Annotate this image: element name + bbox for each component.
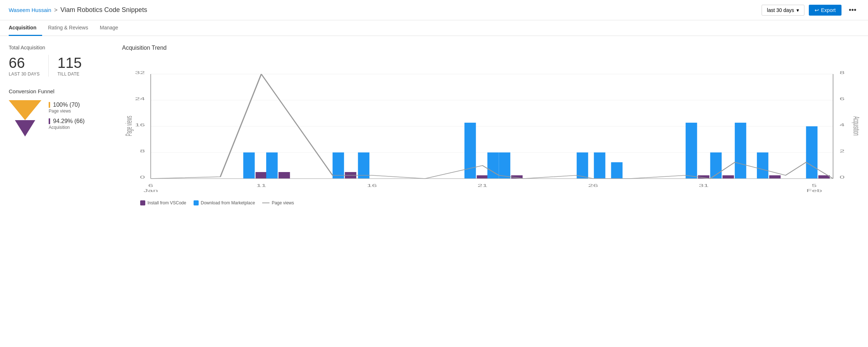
bar-marketplace bbox=[243, 152, 255, 179]
bar-vscode bbox=[256, 172, 267, 179]
stat-tilldate-number: 115 bbox=[57, 55, 82, 71]
conversion-title: Conversion Funnel bbox=[9, 88, 110, 94]
header-actions: last 30 days ▾ ↩ Export ••• bbox=[762, 4, 859, 16]
bar-marketplace bbox=[806, 126, 818, 179]
svg-text:0: 0 bbox=[840, 175, 845, 179]
svg-text:26: 26 bbox=[588, 183, 598, 188]
svg-text:Page views: Page views bbox=[124, 116, 134, 136]
tab-manage[interactable]: Manage bbox=[94, 20, 124, 36]
export-icon: ↩ bbox=[815, 7, 819, 13]
more-options-button[interactable]: ••• bbox=[846, 4, 859, 16]
svg-text:21: 21 bbox=[478, 183, 488, 188]
bar-vscode bbox=[722, 175, 734, 179]
right-panel: Acquisition Trend 0 8 16 24 32 Page view… bbox=[122, 45, 859, 205]
breadcrumb-link[interactable]: Waseem Hussain bbox=[9, 7, 51, 13]
pageviews-label: Page views bbox=[49, 109, 85, 114]
svg-text:2: 2 bbox=[840, 149, 845, 153]
svg-text:Acquisition: Acquisition bbox=[852, 116, 859, 135]
svg-text:8: 8 bbox=[140, 149, 145, 153]
pageviews-color-bar bbox=[49, 102, 50, 108]
bar-marketplace bbox=[465, 123, 476, 179]
svg-text:16: 16 bbox=[367, 183, 377, 188]
bar-vscode bbox=[769, 175, 781, 179]
funnel-graphic bbox=[9, 100, 41, 136]
export-button[interactable]: ↩ Export bbox=[809, 5, 841, 16]
stat-tilldate: 115 Till Date bbox=[57, 55, 82, 77]
svg-text:Feb: Feb bbox=[807, 188, 822, 193]
svg-text:0: 0 bbox=[140, 175, 145, 179]
bar-marketplace bbox=[611, 162, 623, 179]
acquisition-color-bar bbox=[49, 118, 50, 124]
marketplace-legend-label: Download from Marketplace bbox=[201, 200, 255, 205]
stat-tilldate-label: Till Date bbox=[57, 72, 82, 77]
bar-marketplace bbox=[266, 152, 278, 179]
svg-text:6: 6 bbox=[840, 97, 845, 101]
funnel-top bbox=[9, 100, 41, 120]
svg-text:32: 32 bbox=[135, 70, 145, 75]
date-range-button[interactable]: last 30 days ▾ bbox=[762, 5, 804, 16]
legend-pageviews: 100% (70) Page views bbox=[49, 102, 85, 114]
bar-vscode bbox=[279, 172, 290, 179]
conversion-body: 100% (70) Page views 94.29% (66) Acquisi… bbox=[9, 100, 110, 136]
total-acquisition-label: Total Acquisition bbox=[9, 45, 110, 50]
conversion-funnel-section: Conversion Funnel 100% (70) Page views bbox=[9, 88, 110, 136]
bar-marketplace bbox=[757, 152, 768, 179]
chart-legend: Install from VSCode Download from Market… bbox=[122, 200, 859, 205]
legend-marketplace: Download from Marketplace bbox=[194, 200, 255, 205]
legend-acquisition: 94.29% (66) Acquisition bbox=[49, 118, 85, 130]
main-content: Total Acquisition 66 Last 30 Days 115 Ti… bbox=[0, 36, 868, 214]
breadcrumb: Waseem Hussain > Viam Robotics Code Snip… bbox=[9, 6, 147, 14]
svg-text:16: 16 bbox=[135, 123, 145, 127]
conversion-legend: 100% (70) Page views 94.29% (66) Acquisi… bbox=[49, 100, 85, 130]
svg-text:6: 6 bbox=[148, 183, 153, 188]
bar-marketplace bbox=[577, 152, 588, 179]
bar-vscode bbox=[477, 175, 488, 179]
date-range-label: last 30 days bbox=[767, 7, 794, 13]
vscode-swatch bbox=[140, 200, 145, 205]
bar-marketplace bbox=[333, 152, 344, 179]
pageviews-line-swatch bbox=[262, 203, 269, 203]
breadcrumb-separator: > bbox=[54, 7, 57, 13]
marketplace-swatch bbox=[194, 200, 199, 205]
stat-divider bbox=[48, 55, 49, 77]
stat-last30-number: 66 bbox=[9, 55, 40, 71]
bar-marketplace bbox=[358, 152, 370, 179]
legend-pageviews-line: Page views bbox=[262, 200, 294, 205]
bar-marketplace bbox=[686, 123, 697, 179]
acquisition-label: Acquisition bbox=[49, 125, 85, 130]
acquisition-trend-chart: 0 8 16 24 32 Page views 0 2 4 6 8 Acquis… bbox=[122, 57, 859, 195]
header: Waseem Hussain > Viam Robotics Code Snip… bbox=[0, 0, 868, 20]
svg-text:24: 24 bbox=[135, 97, 145, 101]
stat-last30: 66 Last 30 Days bbox=[9, 55, 40, 77]
bar-marketplace bbox=[735, 123, 746, 179]
chevron-down-icon: ▾ bbox=[796, 7, 799, 13]
funnel-bottom bbox=[15, 120, 35, 136]
page-title: Viam Robotics Code Snippets bbox=[60, 6, 147, 14]
svg-text:Jan: Jan bbox=[143, 188, 158, 193]
bar-marketplace bbox=[594, 152, 605, 179]
svg-text:8: 8 bbox=[840, 70, 845, 75]
svg-text:5: 5 bbox=[812, 183, 817, 188]
nav-tabs: Acquisition Rating & Reviews Manage bbox=[0, 20, 868, 36]
export-label: Export bbox=[821, 7, 836, 13]
pageviews-pct: 100% (70) bbox=[53, 102, 80, 108]
svg-text:4: 4 bbox=[840, 123, 845, 127]
left-panel: Total Acquisition 66 Last 30 Days 115 Ti… bbox=[9, 45, 110, 205]
tab-acquisition[interactable]: Acquisition bbox=[9, 20, 42, 36]
vscode-legend-label: Install from VSCode bbox=[147, 200, 186, 205]
acquisition-stats: 66 Last 30 Days 115 Till Date bbox=[9, 55, 110, 77]
stat-last30-label: Last 30 Days bbox=[9, 72, 40, 77]
legend-vscode: Install from VSCode bbox=[140, 200, 186, 205]
pageviews-legend-label: Page views bbox=[272, 200, 294, 205]
chart-container: 0 8 16 24 32 Page views 0 2 4 6 8 Acquis… bbox=[122, 57, 859, 196]
acquisition-pct: 94.29% (66) bbox=[53, 118, 85, 124]
svg-text:11: 11 bbox=[256, 183, 267, 188]
tab-rating-reviews[interactable]: Rating & Reviews bbox=[42, 20, 94, 36]
svg-text:31: 31 bbox=[699, 183, 709, 188]
chart-title: Acquisition Trend bbox=[122, 45, 859, 51]
bar-marketplace bbox=[499, 152, 511, 179]
